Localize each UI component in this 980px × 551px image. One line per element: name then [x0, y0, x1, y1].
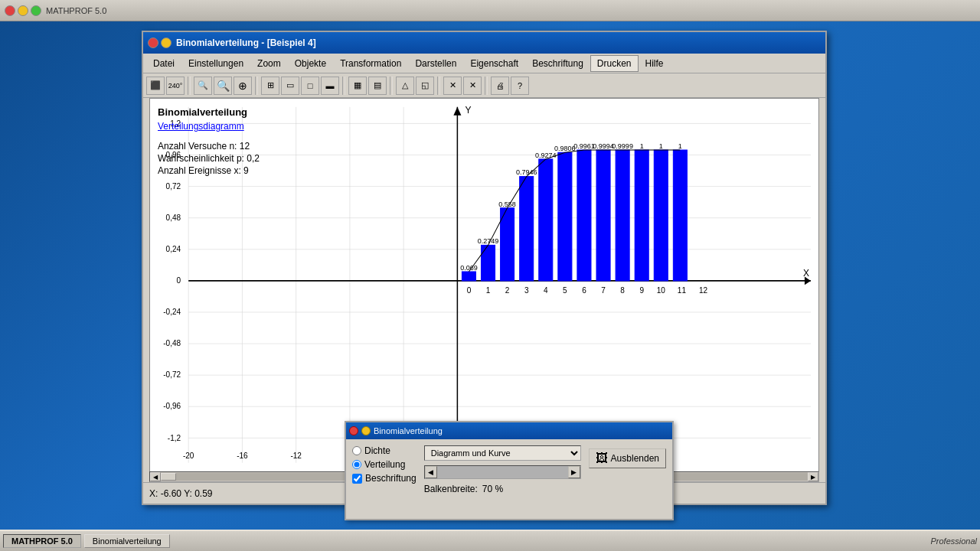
taskbar: MATHPROF 5.0 Binomialverteilung Professi…	[0, 530, 980, 551]
scroll-left[interactable]: ◀	[425, 466, 437, 478]
svg-text:0,72: 0,72	[166, 182, 181, 191]
radio-group: Dichte Verteilung Beschriftung	[352, 445, 416, 494]
menu-beschriftung[interactable]: Beschriftung	[525, 55, 590, 72]
svg-rect-55	[481, 245, 495, 280]
scroll-right-btn[interactable]: ▶	[808, 472, 818, 481]
menu-darstellen[interactable]: Darstellen	[408, 55, 463, 72]
toolbar-sep6	[485, 77, 488, 95]
checkbox-beschriftung[interactable]	[352, 474, 362, 484]
scroll-right[interactable]: ▶	[568, 466, 580, 478]
toolbar-zoom-reset[interactable]: ⊕	[234, 77, 252, 95]
toolbar-close2[interactable]: ✕	[463, 77, 482, 95]
main-window-titlebar: Binomialverteilung - [Beispiel 4]	[143, 32, 825, 54]
diagram-select[interactable]: Diagramm und Kurve	[424, 445, 581, 461]
sub-close[interactable]	[349, 426, 358, 435]
right-controls: Diagramm und Kurve ◀ ▶ Balkenbreite: 70 …	[424, 445, 581, 494]
radio-dichte-label: Dichte	[364, 445, 390, 456]
graph-title: Binomialverteilung	[158, 106, 449, 118]
toolbar: ⬛ 240° 🔍 🔍 ⊕ ⊞ ▭ □ ▬ ▦ ▤ △ ◱ ✕ ✕ 🖨 ?	[143, 73, 825, 98]
ausblenden-container: 🖼 Ausblenden	[589, 445, 666, 494]
svg-rect-65	[577, 150, 591, 281]
toolbar-close1[interactable]: ✕	[443, 77, 462, 95]
menu-eigenschaft[interactable]: Eigenschaft	[463, 55, 525, 72]
svg-text:0: 0	[467, 286, 472, 295]
svg-text:11: 11	[678, 286, 686, 295]
menu-drucken[interactable]: Drucken	[590, 55, 639, 72]
menu-objekte[interactable]: Objekte	[288, 55, 333, 72]
svg-text:0.9999: 0.9999	[612, 142, 633, 150]
param-n: Anzahl Versuche n: 12	[158, 141, 449, 152]
sub-window-title: Binomialverteilung	[374, 426, 669, 435]
taskbar-window[interactable]: Binomialverteilung	[84, 534, 170, 548]
svg-text:7: 7	[601, 286, 606, 295]
toolbar-box[interactable]: □	[301, 77, 319, 95]
toolbar-zoom-out[interactable]: 🔍	[214, 77, 232, 95]
toolbar-zoom-in[interactable]: 🔍	[194, 77, 212, 95]
app-title: MATHPROF 5.0	[46, 6, 106, 15]
info-panel: Binomialverteilung Verteilungsdiagramm A…	[158, 106, 449, 178]
toolbar-new[interactable]: ⬛	[146, 77, 165, 95]
toolbar-table[interactable]: ▦	[348, 77, 367, 95]
toolbar-table2[interactable]: ▤	[368, 77, 387, 95]
toolbar-help[interactable]: ?	[511, 77, 529, 95]
toolbar-sep5	[437, 77, 440, 95]
svg-text:-1,2: -1,2	[168, 433, 181, 442]
svg-text:0,24: 0,24	[166, 245, 181, 253]
taskbar-app[interactable]: MATHPROF 5.0	[3, 534, 81, 548]
radio-verteilung[interactable]	[352, 460, 361, 469]
menu-datei[interactable]: Datei	[146, 55, 181, 72]
svg-text:X: X	[803, 268, 810, 279]
toolbar-grid[interactable]: ⊞	[261, 77, 279, 95]
svg-text:-12: -12	[290, 452, 302, 460]
toolbar-frame[interactable]: ▭	[281, 77, 299, 95]
toolbar-box2[interactable]: ▬	[321, 77, 339, 95]
svg-rect-57	[501, 208, 514, 281]
sub-window-body: Dichte Verteilung Beschriftung Diagramm …	[346, 439, 672, 500]
svg-text:0.2749: 0.2749	[478, 237, 499, 245]
menu-zoom[interactable]: Zoom	[250, 55, 288, 72]
svg-text:1: 1	[486, 286, 491, 295]
toolbar-up[interactable]: △	[396, 77, 414, 95]
toolbar-angle[interactable]: 240°	[166, 77, 185, 95]
sub-window: Binomialverteilung Dichte Verteilung Bes…	[345, 421, 674, 520]
svg-text:10: 10	[657, 286, 665, 295]
svg-rect-61	[539, 159, 553, 281]
menu-einstellungen[interactable]: Einstellungen	[181, 55, 250, 72]
coordinates: X: -6.60 Y: 0.59	[149, 488, 213, 499]
main-window-title: Binomialverteilung - [Beispiel 4]	[176, 37, 821, 48]
checkbox-beschriftung-label: Beschriftung	[365, 473, 416, 484]
close-button[interactable]	[5, 5, 15, 16]
maximize-button[interactable]	[31, 5, 41, 16]
toolbar-sep2	[255, 77, 258, 95]
scroll-left-btn[interactable]: ◀	[150, 472, 161, 481]
radio-dichte-item: Dichte	[352, 445, 416, 456]
toolbar-sep4	[390, 77, 393, 95]
graph-subtitle: Verteilungsdiagramm	[158, 121, 449, 132]
svg-text:1: 1	[640, 142, 644, 150]
svg-rect-53	[462, 272, 475, 281]
svg-rect-59	[520, 177, 534, 281]
menu-transformation[interactable]: Transformation	[333, 55, 408, 72]
svg-marker-20	[453, 107, 461, 116]
main-min-button[interactable]	[161, 37, 172, 48]
svg-text:-0,24: -0,24	[163, 308, 181, 316]
toolbar-print[interactable]: 🖨	[491, 77, 509, 95]
main-close-button[interactable]	[148, 37, 158, 48]
svg-rect-67	[596, 150, 610, 281]
scroll-middle[interactable]	[437, 466, 568, 478]
menu-hilfe[interactable]: Hilfe	[639, 55, 671, 72]
sub-min[interactable]	[361, 426, 371, 435]
ausblenden-button[interactable]: 🖼 Ausblenden	[589, 448, 666, 468]
svg-text:-20: -20	[183, 452, 194, 460]
toolbar-shape[interactable]: ◱	[416, 77, 434, 95]
svg-text:8: 8	[620, 286, 625, 295]
svg-text:0.558: 0.558	[498, 200, 516, 207]
balken-label: Balkenbreite:	[424, 484, 478, 494]
scroll-thumb[interactable]	[161, 473, 176, 481]
radio-verteilung-label: Verteilung	[364, 459, 405, 470]
radio-dichte[interactable]	[352, 446, 361, 455]
svg-rect-69	[616, 150, 629, 281]
minimize-button[interactable]	[18, 5, 28, 16]
param-x: Anzahl Ereignisse x: 9	[158, 165, 449, 176]
desktop: MATHPROF 5.0 Binomialverteilung - [Beisp…	[0, 0, 980, 551]
